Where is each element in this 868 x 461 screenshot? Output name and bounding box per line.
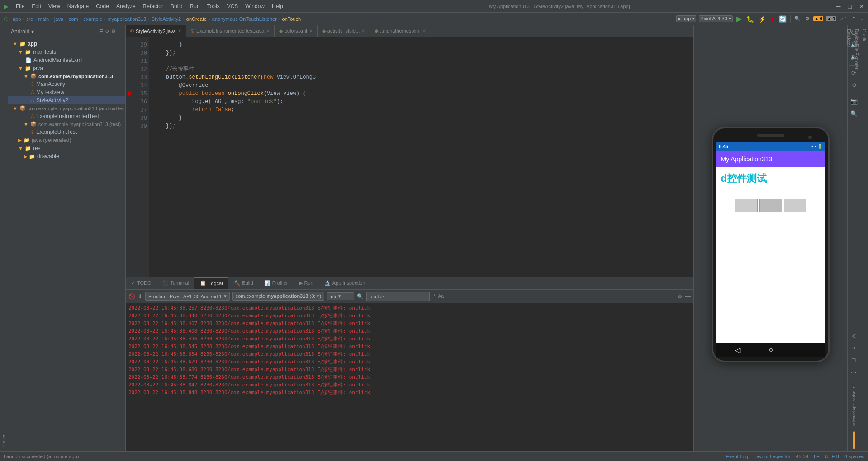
regex-toggle[interactable]: .* [432,294,436,299]
project-icon-4[interactable]: — [118,28,123,34]
breadcrumb-example[interactable]: example [82,16,103,22]
code-content[interactable]: } }); //长按事件 button.setOnLongClickListen… [149,37,693,277]
tree-item-manifests[interactable]: ▼ 📁 manifests [8,48,125,56]
tab-close-4[interactable]: ✕ [361,28,365,33]
status-lf[interactable]: LF [814,454,820,459]
project-dropdown[interactable]: Android ▾ [11,28,34,35]
tab-close-2[interactable]: ✕ [266,28,270,33]
debug-button[interactable]: 🐛 [745,15,755,23]
stop-button[interactable]: ■ [770,15,775,23]
breadcrumb-class[interactable]: StyleActivity2 [151,16,182,22]
status-event-log[interactable]: Event Log [726,454,749,459]
menu-refactor[interactable]: Refactor [139,3,167,9]
settings-button[interactable]: ⚙ [804,16,811,22]
tab-run[interactable]: ▶ Run [294,277,319,289]
case-toggle[interactable]: Aa [438,294,444,299]
tab-build[interactable]: 🔨 Build [228,277,258,289]
tree-item-instrumentedtest[interactable]: © ExampleInstrumentedTest [8,112,125,120]
tree-item-unittest[interactable]: © ExampleUnitTest [8,128,125,136]
sync-button[interactable]: 🔄 [778,15,787,23]
tree-item-drawable[interactable]: ▶ 📁 drawable [8,152,125,160]
menu-vcs[interactable]: VCS [223,3,242,9]
run-button[interactable]: ▶ [735,14,743,23]
breadcrumb-java[interactable]: java [53,16,64,22]
menu-code[interactable]: Code [92,3,113,9]
menu-run[interactable]: Run [186,3,204,9]
breadcrumb-src[interactable]: src [25,16,34,22]
logcat-collapse-icon[interactable]: — [685,293,691,300]
tree-item-package-androidtest[interactable]: ▼ 📦 com.example.myapplication313 (androi… [8,104,125,112]
breadcrumb-package[interactable]: myapplication313 [106,16,147,22]
status-encoding[interactable]: UTF-8 [825,454,839,459]
project-sidebar-label[interactable]: Project [0,25,8,451]
tab-styleactivity2[interactable]: © StyleActivity2.java ✕ [126,25,186,37]
tab-close-3[interactable]: ✕ [309,28,313,33]
tab-colors[interactable]: ◆ colors.xml ✕ [275,25,318,37]
breadcrumb-app[interactable]: app [12,16,22,22]
run-config-dropdown[interactable]: ▶ app ▾ [676,15,696,22]
breadcrumb-method1[interactable]: onCreate [185,16,208,22]
expand-icon[interactable]: ⌃ [851,16,857,22]
tree-item-mytextview[interactable]: © MyTextview [8,88,125,96]
tab-logcat[interactable]: 📋 Logcat [194,277,228,289]
minimize-button[interactable]: ─ [836,3,841,10]
tree-item-package-test[interactable]: ▼ 📦 com.example.myapplication313 (test) [8,120,125,128]
tree-item-java[interactable]: ▼ 📁 java [8,64,125,72]
tab-close-5[interactable]: ✕ [422,28,426,33]
device-dropdown[interactable]: Pixel API 30 ▾ [699,15,732,22]
tab-terminal[interactable]: ⬛ Terminal [157,277,195,289]
collapse-icon[interactable]: ⌄ [859,16,865,22]
menu-file[interactable]: File [12,3,28,9]
run-with-coverage[interactable]: ⚡ [758,15,767,23]
log-level-dropdown[interactable]: Info ▾ [327,292,354,300]
project-icon-2[interactable]: ⟳ [105,28,109,34]
selected-application-label[interactable]: selected application ▾ [851,383,857,428]
logcat-settings-icon[interactable]: ⚙ [678,293,683,300]
phone-nav-bar[interactable]: ◁ ○ □ [716,343,825,357]
search-button[interactable]: 🔍 [793,16,802,22]
menu-help[interactable]: Help [268,3,287,9]
logcat-scroll-icon[interactable]: ⬇ [138,293,142,300]
menu-analyze[interactable]: Analyze [113,3,139,9]
tab-todo[interactable]: ✓ TODO [126,277,157,289]
nav-back-button[interactable]: ◁ [735,346,740,354]
menu-tools[interactable]: Tools [204,3,223,9]
breadcrumb-method2[interactable]: onTouch [281,16,302,22]
tree-item-styleactivity2[interactable]: © StyleActivity2 [8,96,125,104]
package-dropdown[interactable]: com.example.myapplication313 (8: ▾) [232,292,324,301]
nav-recents-button[interactable]: □ [802,346,806,354]
tree-item-java-generated[interactable]: ▶ 📁 java (generated) [8,136,125,144]
breadcrumb-main[interactable]: main [37,16,50,22]
project-icon-3[interactable]: ⚙ [111,28,116,34]
menu-window[interactable]: Window [242,3,268,9]
tab-exampleinstrumented[interactable]: © ExampleInstrumentedTest.java ✕ [186,25,275,37]
status-indent[interactable]: 4 spaces [844,454,864,459]
menu-view[interactable]: View [45,3,64,9]
emulator-dropdown[interactable]: Emulator Pixel_API_30 Android 1 ▾ [145,292,230,301]
menu-edit[interactable]: Edit [28,3,45,9]
menu-navigate[interactable]: Navigate [64,3,92,9]
breadcrumb-com[interactable]: com [68,16,79,22]
logcat-content[interactable]: 2022-03-22 16:45:38.257 8230-8230/com.ex… [126,303,693,451]
tab-activity-style[interactable]: ◆ activity_style... ✕ [318,25,370,37]
breakpoint-icon[interactable] [127,91,132,96]
tab-close-1[interactable]: ✕ [178,28,181,33]
breadcrumb-anon[interactable]: anonymous OnTouchListener [211,16,278,22]
logcat-clear-icon[interactable]: 🚫 [128,293,135,300]
tree-item-androidmanifest[interactable]: 📄 AndroidManifest.xml [8,56,125,64]
menu-build[interactable]: Build [167,3,186,9]
tab-themes[interactable]: ◆ ..night\themes.xml ✕ [370,25,431,37]
logcat-filter-input[interactable] [366,292,430,301]
close-button[interactable]: ✕ [859,3,864,10]
tree-item-app[interactable]: ▼ 📁 app [8,40,125,48]
tab-app-inspection[interactable]: 🔬 App Inspection [319,277,371,289]
tree-item-mainactivity[interactable]: © MainActivity [8,80,125,88]
status-layout-inspector[interactable]: Layout Inspector [754,454,790,459]
gradle-label[interactable]: Gradle [860,25,868,451]
project-icon-1[interactable]: ☰ [99,28,104,34]
maximize-button[interactable]: □ [848,3,852,10]
tree-item-package-main[interactable]: ▼ 📦 com.example.myapplication313 [8,72,125,80]
tree-item-res[interactable]: ▼ 📁 res [8,144,125,152]
tab-profiler[interactable]: 📊 Profiler [259,277,294,289]
nav-home-button[interactable]: ○ [769,346,773,354]
